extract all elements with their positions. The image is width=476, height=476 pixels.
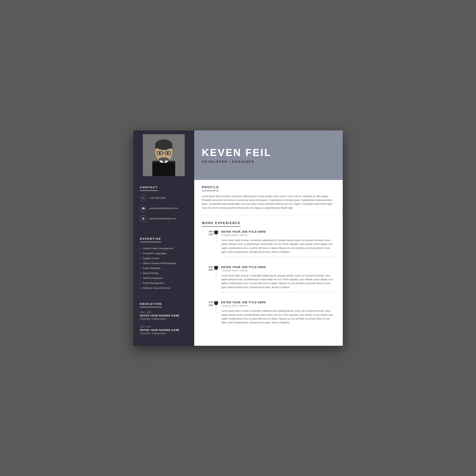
contact-section: CONTACT +123 4567 8953 <box>133 180 194 231</box>
list-item: Computer Languages <box>140 251 187 256</box>
svg-point-11 <box>167 152 169 154</box>
job-content-1: ENTER YOUR JOB TITLE HERE Company Name |… <box>219 230 335 260</box>
job-years-1: 2012 2015 <box>202 230 213 236</box>
expertise-title: EXPERTISE <box>140 237 161 242</box>
education-entry-2: 2012 - 2015 ENTER YOUR DEGREE NAME Unive… <box>140 325 187 335</box>
job-year-start-2: 2012 <box>202 266 213 269</box>
resume-document: KEVEN FEIL DEVELOPER / DESIGNER CONTACT <box>133 130 343 346</box>
profile-title: PROFILE <box>202 186 219 191</box>
job-title-3: ENTER YOUR JOB TITLE HERE <box>221 301 335 304</box>
job-title-2: ENTER YOUR JOB TITLE HERE <box>221 266 335 269</box>
job-year-start-1: 2012 <box>202 230 213 233</box>
list-item: Public Relations <box>140 266 187 271</box>
page-background: KEVEN FEIL DEVELOPER / DESIGNER CONTACT <box>0 0 476 476</box>
job-entry-2: 2012 2015 ENTER YOUR JOB TITLE HERE Comp… <box>202 266 335 295</box>
work-experience-section: WORK EXPERIENCE 2012 2015 ENTER YOUR JOB… <box>194 216 343 336</box>
left-column: CONTACT +123 4567 8953 <box>133 180 194 346</box>
svg-point-9 <box>158 157 169 163</box>
list-item: Object-oriented Methodologies <box>140 261 187 266</box>
svg-point-10 <box>159 152 161 154</box>
job-year-end-1: 2015 <box>202 233 213 236</box>
website-icon <box>140 215 147 222</box>
job-company-2: Company Name | Address <box>221 269 335 272</box>
phone-number: +123 4567 8953 <box>149 197 166 199</box>
list-item: Global Project Management <box>140 246 187 251</box>
resume-header: KEVEN FEIL DEVELOPER / DESIGNER <box>133 130 343 180</box>
website-url: www.websiteexample.com <box>149 217 176 220</box>
contact-website: www.websiteexample.com <box>140 215 187 222</box>
arrow-shape-1 <box>214 231 218 235</box>
work-title: WORK EXPERIENCE <box>202 221 240 227</box>
job-company-3: Company Name | Address <box>221 305 335 307</box>
job-arrow-1 <box>213 230 219 235</box>
contact-email: yourexample@example.com <box>140 205 187 212</box>
list-item: Staff Development <box>140 276 187 281</box>
job-year-end-3: 2015 <box>202 304 213 307</box>
job-years-3: 2012 2015 <box>202 301 213 307</box>
edu-university-1: University / College Name <box>140 318 187 320</box>
edu-years-2: 2012 - 2015 <box>140 325 187 328</box>
phone-icon <box>140 195 147 202</box>
edu-years-1: 2012 - 2015 <box>140 311 187 313</box>
job-year-start-3: 2012 <box>202 301 213 304</box>
job-entry-3: 2012 2015 ENTER YOUR JOB TITLE HERE Comp… <box>202 301 335 325</box>
email-icon <box>140 205 147 212</box>
job-desc-3: Lorem ipsum dolor sit amet, consectetur … <box>221 309 335 325</box>
job-content-2: ENTER YOUR JOB TITLE HERE Company Name |… <box>219 266 335 295</box>
job-company-1: Company Name | Address <box>221 234 335 237</box>
resume-body: CONTACT +123 4567 8953 <box>133 180 343 346</box>
arrow-shape-3 <box>214 301 218 306</box>
education-section: EDUCATION 2012 - 2015 ENTER YOUR DEGREE … <box>133 296 194 346</box>
contact-title: CONTACT <box>140 186 158 191</box>
list-item: Mobile & Cloud Solutions <box>140 286 187 290</box>
job-arrow-2 <box>213 266 219 271</box>
job-arrow-3 <box>213 301 219 306</box>
svg-rect-5 <box>155 145 172 149</box>
job-entry-1: 2012 2015 ENTER YOUR JOB TITLE HERE Comp… <box>202 230 335 260</box>
job-divider-2 <box>221 292 335 292</box>
contact-phone: +123 4567 8953 <box>140 195 187 202</box>
expertise-section: EXPERTISE Global Project Management Comp… <box>133 231 194 296</box>
job-years-2: 2012 2015 <box>202 266 213 272</box>
header-info: KEVEN FEIL DEVELOPER / DESIGNER <box>194 130 343 180</box>
email-address: yourexample@example.com <box>149 207 178 210</box>
job-year-end-2: 2015 <box>202 269 213 271</box>
svg-rect-13 <box>152 163 175 176</box>
photo-section <box>133 130 194 180</box>
profile-text: Lorem ipsum dolor sit amet, consectetur … <box>202 194 335 210</box>
right-column: PROFILE Lorem ipsum dolor sit amet, cons… <box>194 180 343 346</box>
profile-photo <box>143 134 185 176</box>
list-item: Report Writing <box>140 271 187 276</box>
job-title-1: ENTER YOUR JOB TITLE HERE <box>221 230 335 233</box>
expertise-list: Global Project Management Computer Langu… <box>140 246 187 290</box>
candidate-title: DEVELOPER / DESIGNER <box>202 160 335 164</box>
list-item: Quality Control <box>140 256 187 261</box>
education-entry-1: 2012 - 2015 ENTER YOUR DEGREE NAME Unive… <box>140 311 187 320</box>
job-desc-1: Lorem ipsum dolor sit amet, consectetur … <box>221 238 335 254</box>
candidate-name: KEVEN FEIL <box>202 147 335 158</box>
arrow-shape-2 <box>214 266 218 270</box>
education-title: EDUCATION <box>140 302 162 307</box>
profile-section: PROFILE Lorem ipsum dolor sit amet, cons… <box>194 180 343 216</box>
edu-degree-2: ENTER YOUR DEGREE NAME <box>140 329 187 331</box>
job-content-3: ENTER YOUR JOB TITLE HERE Company Name |… <box>219 301 335 325</box>
edu-university-2: University / College Name <box>140 332 187 335</box>
job-desc-2: Lorem ipsum dolor sit amet, consectetur … <box>221 274 335 289</box>
list-item: Event Management <box>140 281 187 286</box>
edu-degree-1: ENTER YOUR DEGREE NAME <box>140 314 187 317</box>
